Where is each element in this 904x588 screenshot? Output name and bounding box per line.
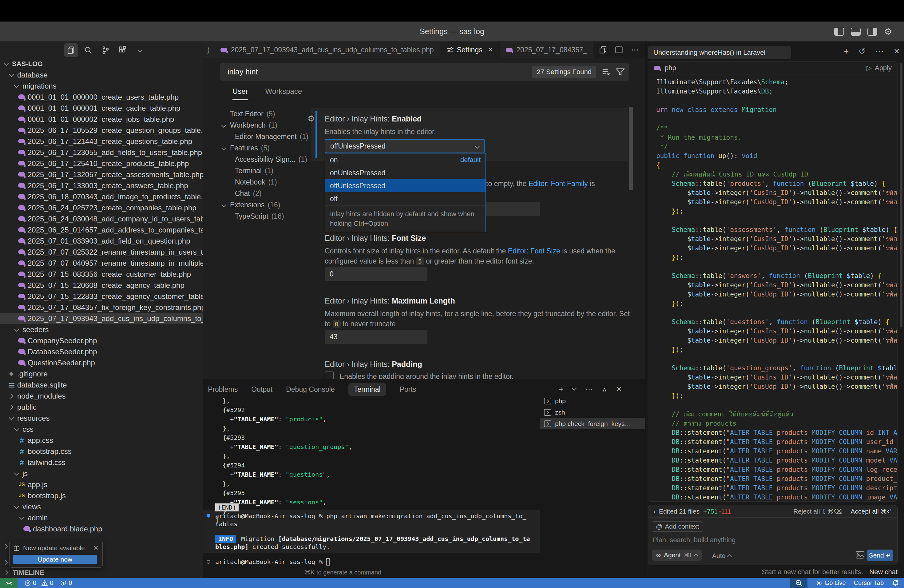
tree-item[interactable]: css: [0, 424, 203, 435]
tree-item[interactable]: 2025_06_17_132057_create_assessments_tab…: [0, 169, 203, 180]
tree-item[interactable]: app.css: [0, 435, 203, 446]
toast-close-icon[interactable]: ✕: [93, 544, 99, 552]
tree-item[interactable]: 0001_01_01_000002_create_jobs_table.php: [0, 114, 203, 125]
tree-item[interactable]: tailwind.css: [0, 457, 203, 468]
tree-item[interactable]: 2025_07_17_084357_fix_foreign_key_constr…: [0, 302, 203, 313]
tree-item[interactable]: dashboard.blade.php: [0, 523, 203, 534]
tree-item[interactable]: database.sqlite: [0, 379, 203, 390]
toggle-left-panel-icon[interactable]: [834, 28, 844, 36]
tab-debug-console[interactable]: Debug Console: [286, 385, 335, 394]
toc-item[interactable]: Text Editor (5): [203, 108, 304, 120]
tree-item[interactable]: database: [0, 70, 203, 81]
reject-all-button[interactable]: Reject all ⇧⌘⌫: [793, 508, 843, 515]
send-button[interactable]: Send ↵: [867, 550, 893, 561]
settings-scrollbar[interactable]: [629, 107, 633, 190]
collapsed-section-chevron-icon[interactable]: [3, 560, 8, 565]
tab-migration-file[interactable]: 2025_07_17_093943_add_cus_ins_udp_column…: [214, 41, 440, 58]
toc-item[interactable]: Features (5): [203, 142, 304, 154]
collapsed-section-chevron-icon[interactable]: [3, 544, 8, 549]
font-size-input[interactable]: [325, 267, 427, 281]
new-chat-icon[interactable]: +: [844, 47, 849, 56]
font-family-link[interactable]: Editor: Font Family: [529, 180, 588, 188]
tree-item[interactable]: 2025_06_18_070343_add_image_to_products_…: [0, 191, 203, 202]
tree-item[interactable]: views: [0, 501, 203, 512]
tree-item[interactable]: 2025_07_07_025322_rename_timestamp_in_us…: [0, 247, 203, 258]
tree-item[interactable]: CompanySeeder.php: [0, 335, 203, 346]
zoom-indicator[interactable]: [790, 578, 808, 588]
tree-item[interactable]: DatabaseSeeder.php: [0, 346, 203, 357]
tab-close-icon[interactable]: ✕: [488, 46, 493, 54]
chat-scrollbar[interactable]: [900, 63, 902, 327]
toc-item[interactable]: Extensions (16): [203, 199, 304, 211]
scope-tab-workspace[interactable]: Workspace: [266, 87, 302, 100]
terminal-session-item[interactable]: php check_foreign_keys…: [540, 418, 645, 429]
toggle-right-panel-icon[interactable]: [868, 28, 877, 36]
apply-button[interactable]: ▷Apply: [866, 64, 892, 72]
chat-history-icon[interactable]: ↺: [858, 46, 866, 56]
problems-indicator[interactable]: 0 0: [24, 579, 53, 586]
agent-mode-selector[interactable]: ∞Agent⌘I: [652, 550, 702, 561]
maximum-length-input[interactable]: [325, 330, 427, 344]
update-now-button[interactable]: Update now: [13, 555, 97, 564]
tree-item[interactable]: admin: [0, 512, 203, 523]
settings-search-input[interactable]: [228, 67, 532, 76]
tree-item[interactable]: 0001_01_01_000001_create_cache_table.php: [0, 103, 203, 114]
tree-item[interactable]: 2025_06_25_014657_add_address_to_compani…: [0, 224, 203, 236]
scope-tab-user[interactable]: User: [232, 87, 248, 100]
tab-fix-foreign-key[interactable]: 2025_07_17_084357_: [499, 41, 593, 58]
tree-item[interactable]: 2025_06_17_133003_create_answers_table.p…: [0, 180, 203, 191]
remote-indicator[interactable]: ><: [0, 578, 17, 588]
tree-item[interactable]: 2025_06_17_123055_add_fields_to_users_ta…: [0, 147, 203, 158]
edited-files-bar[interactable]: › Edited 21 files +751-111 Reject all ⇧⌘…: [648, 505, 897, 518]
tree-item[interactable]: 2025_06_17_105529_create_question_groups…: [0, 125, 203, 136]
tree-item[interactable]: bootstrap.css: [0, 446, 203, 457]
chat-input-placeholder[interactable]: Plan, search, build anything: [653, 536, 735, 544]
terminal-session-item[interactable]: php: [540, 395, 645, 406]
chevron-down-icon[interactable]: [572, 386, 577, 391]
tree-item[interactable]: js: [0, 468, 203, 479]
tree-item[interactable]: SAS-LOG: [0, 58, 203, 70]
attach-image-icon[interactable]: [855, 551, 864, 559]
tab-ports[interactable]: Ports: [400, 385, 416, 394]
chat-tab-title[interactable]: Understanding whereHas() in Laravel: [648, 46, 791, 59]
tree-item[interactable]: app.js: [0, 479, 203, 490]
cursor-tab-indicator[interactable]: Cursor Tab: [854, 579, 884, 586]
toc-item[interactable]: Chat (2): [203, 188, 304, 199]
setting-gear-icon[interactable]: ⚙: [308, 114, 315, 123]
tree-item[interactable]: 2025_07_07_040957_rename_timestamp_in_mu…: [0, 258, 203, 269]
clear-filters-icon[interactable]: [601, 67, 611, 77]
timeline-section-header[interactable]: TIMELINE: [0, 567, 203, 578]
accept-all-button[interactable]: Accept all ⌘⏎: [851, 508, 893, 515]
toc-item[interactable]: Editor Management (1): [203, 131, 304, 142]
tree-item[interactable]: 2025_07_17_093943_add_cus_ins_udp_column…: [0, 313, 203, 324]
tree-item[interactable]: 0001_01_01_000000_create_users_table.php: [0, 92, 203, 103]
new-terminal-icon[interactable]: +: [559, 385, 564, 394]
filter-icon[interactable]: [616, 67, 625, 77]
tree-item[interactable]: seeders: [0, 324, 203, 335]
dropdown-option[interactable]: onUnlessPressed: [325, 166, 485, 179]
model-selector[interactable]: Auto: [712, 552, 731, 560]
tree-item[interactable]: 2025_06_24_030048_add_company_id_to_user…: [0, 213, 203, 224]
tree-item[interactable]: 2025_07_15_122833_create_agency_customer…: [0, 291, 203, 302]
toc-item[interactable]: Accessibility Sign... (1): [203, 154, 304, 165]
tab-output[interactable]: Output: [251, 385, 272, 394]
toc-item[interactable]: Notebook (1): [203, 177, 304, 188]
tree-item[interactable]: 2025_06_24_025723_create_companies_table…: [0, 202, 203, 213]
font-size-link[interactable]: Editor: Font Size: [508, 247, 560, 255]
toc-item[interactable]: Workbench (1): [203, 120, 304, 131]
tree-item[interactable]: QuestionSeeder.php: [0, 357, 203, 368]
tree-item[interactable]: 2025_06_17_125410_create_products_table.…: [0, 158, 203, 169]
padding-checkbox[interactable]: [325, 371, 334, 379]
tree-item[interactable]: migrations: [0, 81, 203, 92]
chevron-down-icon[interactable]: [133, 43, 147, 57]
explorer-icon[interactable]: [64, 43, 78, 57]
maximize-panel-icon[interactable]: ∧: [602, 386, 607, 393]
more-actions-icon[interactable]: ⋯: [585, 385, 593, 394]
dropdown-option[interactable]: offUnlessPressed: [325, 179, 485, 192]
tree-item[interactable]: 2025_07_15_083356_create_customer_table.…: [0, 269, 203, 280]
notifications-bell-icon[interactable]: [892, 579, 899, 587]
terminal-session-item[interactable]: zsh: [540, 406, 645, 418]
extensions-icon[interactable]: [115, 43, 130, 57]
toc-item[interactable]: TypeScript (16): [203, 211, 304, 222]
tab-terminal[interactable]: Terminal: [348, 383, 386, 396]
